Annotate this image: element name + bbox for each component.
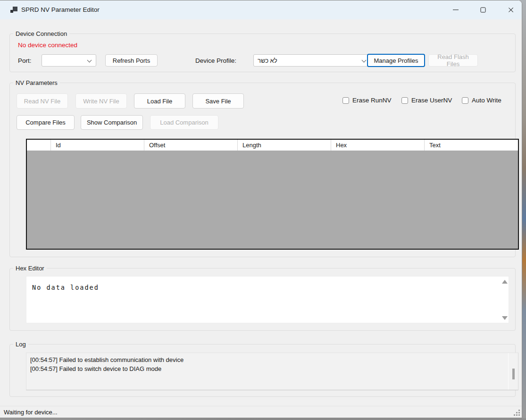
- device-profile-value: לא כשר: [258, 57, 277, 64]
- title-bar[interactable]: SPRD NV Parameter Editor: [0, 0, 522, 19]
- compare-files-button[interactable]: Compare Files: [17, 115, 75, 130]
- scroll-up-arrow[interactable]: [502, 280, 508, 284]
- log-textbox[interactable]: [00:54:57] Failed to establish communica…: [26, 353, 518, 390]
- manage-profiles-button[interactable]: Manage Profiles: [367, 54, 425, 67]
- log-title: Log: [13, 341, 28, 348]
- close-button[interactable]: [500, 0, 522, 19]
- log-entry: [00:54:57] Failed to establish communica…: [26, 353, 518, 364]
- checkbox-icon: [401, 97, 408, 104]
- status-bar: Waiting for device...: [0, 406, 522, 418]
- connection-status-text: No device connected: [18, 42, 77, 49]
- auto-write-checkbox[interactable]: Auto Write: [462, 97, 501, 104]
- load-file-button[interactable]: Load File: [134, 93, 185, 109]
- chevron-down-icon: [87, 58, 92, 63]
- read-flash-files-button: Read Flash Files: [428, 54, 478, 67]
- maximize-icon: [481, 8, 486, 13]
- erase-usernv-checkbox[interactable]: Erase UserNV: [401, 97, 452, 104]
- checkbox-icon: [342, 97, 349, 104]
- nv-parameters-title: NV Parameters: [13, 79, 60, 86]
- table-body-empty: [27, 151, 518, 249]
- app-window: SPRD NV Parameter Editor Device Connecti…: [0, 0, 522, 418]
- read-nv-file-button: Read NV File: [17, 93, 68, 109]
- log-group: Log [00:54:57] Failed to establish commu…: [9, 344, 516, 397]
- device-profile-label: Device Profile:: [195, 57, 236, 64]
- column-header-text[interactable]: Text: [425, 140, 518, 151]
- erase-runnv-label: Erase RunNV: [352, 97, 392, 104]
- log-scrollbar[interactable]: [508, 353, 518, 390]
- write-nv-file-button: Write NV File: [75, 93, 127, 109]
- maximize-button[interactable]: [472, 0, 494, 19]
- close-icon: [508, 7, 514, 13]
- hex-editor-content: No data loaded: [26, 277, 509, 291]
- window-title: SPRD NV Parameter Editor: [21, 0, 100, 19]
- status-text: Waiting for device...: [4, 406, 58, 418]
- erase-usernv-label: Erase UserNV: [411, 97, 452, 104]
- minimize-button[interactable]: [445, 0, 467, 19]
- auto-write-label: Auto Write: [472, 97, 501, 104]
- column-header-offset[interactable]: Offset: [144, 140, 238, 151]
- device-connection-group: Device Connection No device connected Po…: [9, 34, 516, 72]
- window-bottom-edge: [0, 418, 526, 420]
- log-entry: [00:54:57] Failed to switch device to DI…: [26, 364, 518, 373]
- checkbox-icon: [462, 97, 468, 104]
- app-icon: [10, 6, 18, 14]
- column-header-hex[interactable]: Hex: [331, 140, 425, 151]
- table-header-row: Id Offset Length Hex Text: [27, 140, 518, 151]
- port-combobox[interactable]: [42, 54, 96, 67]
- nv-parameters-group: NV Parameters Read NV File Write NV File…: [9, 83, 516, 257]
- scroll-down-arrow[interactable]: [502, 316, 508, 320]
- minimize-icon: [453, 9, 459, 10]
- nv-parameters-table: Id Offset Length Hex Text: [26, 139, 519, 250]
- load-comparison-button: Load Comparison: [150, 115, 218, 130]
- hex-editor-title: Hex Editor: [13, 265, 47, 272]
- port-label: Port:: [18, 57, 32, 64]
- scrollbar-thumb[interactable]: [512, 369, 515, 379]
- hex-editor-group: Hex Editor No data loaded: [9, 268, 516, 331]
- refresh-ports-button[interactable]: Refresh Ports: [105, 54, 158, 67]
- resize-grip-icon[interactable]: [518, 414, 520, 416]
- column-header-id[interactable]: Id: [51, 140, 144, 151]
- save-file-button[interactable]: Save File: [192, 93, 244, 109]
- row-selector-header[interactable]: [27, 140, 51, 151]
- show-comparison-button[interactable]: Show Comparison: [81, 115, 143, 130]
- column-header-length[interactable]: Length: [238, 140, 331, 151]
- chevron-down-icon: [362, 58, 367, 63]
- erase-runnv-checkbox[interactable]: Erase RunNV: [342, 97, 392, 104]
- device-connection-title: Device Connection: [13, 30, 69, 37]
- device-profile-combobox[interactable]: לא כשר: [253, 54, 371, 67]
- hex-editor-textbox[interactable]: No data loaded: [26, 276, 509, 323]
